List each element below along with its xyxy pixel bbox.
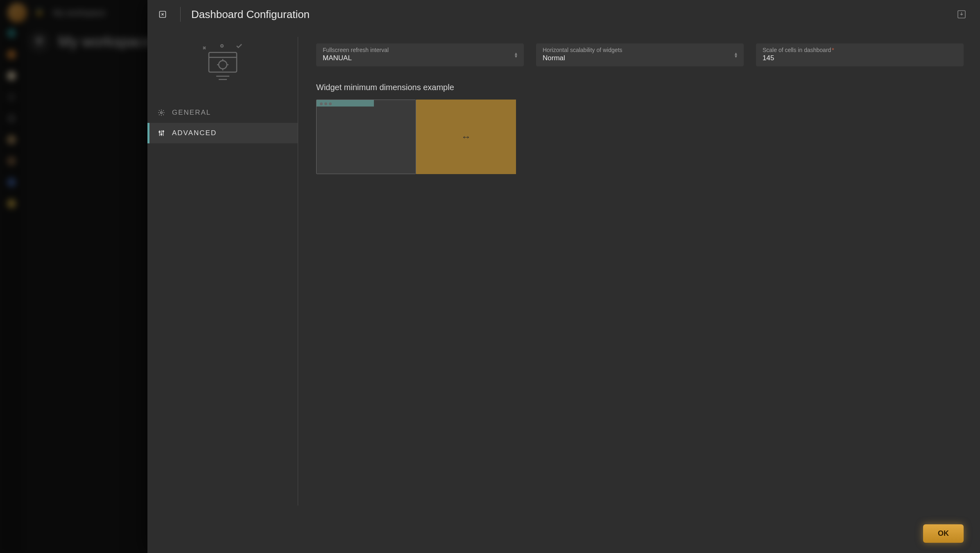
divider — [180, 7, 181, 22]
dropdown-caret-icon: ▲▼ — [734, 52, 738, 58]
svg-point-6 — [159, 131, 160, 133]
config-illustration-icon — [147, 29, 298, 102]
nav-tab-general[interactable]: General — [147, 102, 298, 123]
close-button[interactable] — [156, 7, 170, 21]
horizontal-scalability-select[interactable]: Horizontal scalability of widgets Normal… — [536, 43, 744, 66]
scale-input[interactable] — [763, 54, 957, 62]
ok-button[interactable]: OK — [923, 524, 964, 543]
preview-extend-area: ↔ — [416, 100, 516, 174]
preview-widget-dots — [320, 102, 332, 105]
nav-tab-advanced[interactable]: Advanced — [147, 123, 298, 143]
svg-point-8 — [163, 131, 164, 132]
sliders-icon — [157, 129, 165, 137]
svg-point-7 — [161, 134, 162, 135]
svg-point-4 — [221, 45, 223, 47]
field-label: Horizontal scalability of widgets — [543, 47, 737, 53]
field-value: MANUAL — [323, 54, 517, 62]
svg-point-5 — [161, 112, 163, 114]
svg-point-3 — [219, 61, 227, 69]
modal-title: Dashboard Configuration — [191, 8, 310, 21]
section-title: Widget minimum dimensions example — [316, 83, 964, 92]
modal-side-nav: General Advanced — [147, 29, 298, 514]
horizontal-arrows-icon: ↔ — [461, 131, 471, 143]
gear-icon — [157, 109, 165, 117]
save-to-disk-icon[interactable] — [955, 8, 968, 20]
nav-label: General — [172, 109, 211, 117]
modal-header: Dashboard Configuration — [147, 0, 980, 29]
modal-content: Fullscreen refresh interval MANUAL ▲▼ Ho… — [298, 29, 980, 514]
nav-label: Advanced — [172, 129, 217, 137]
divider — [298, 37, 298, 505]
field-label: Scale of cells in dashboard* — [763, 47, 957, 53]
modal-footer: OK — [147, 514, 980, 553]
preview-widget-box — [316, 100, 416, 174]
dropdown-caret-icon: ▲▼ — [514, 52, 518, 58]
field-value: Normal — [543, 54, 737, 62]
dashboard-config-modal: Dashboard Configuration — [147, 0, 980, 553]
field-label: Fullscreen refresh interval — [323, 47, 517, 53]
scale-of-cells-field[interactable]: Scale of cells in dashboard* — [756, 43, 964, 66]
widget-dimensions-preview: ↔ — [316, 100, 516, 174]
fullscreen-refresh-select[interactable]: Fullscreen refresh interval MANUAL ▲▼ — [316, 43, 524, 66]
